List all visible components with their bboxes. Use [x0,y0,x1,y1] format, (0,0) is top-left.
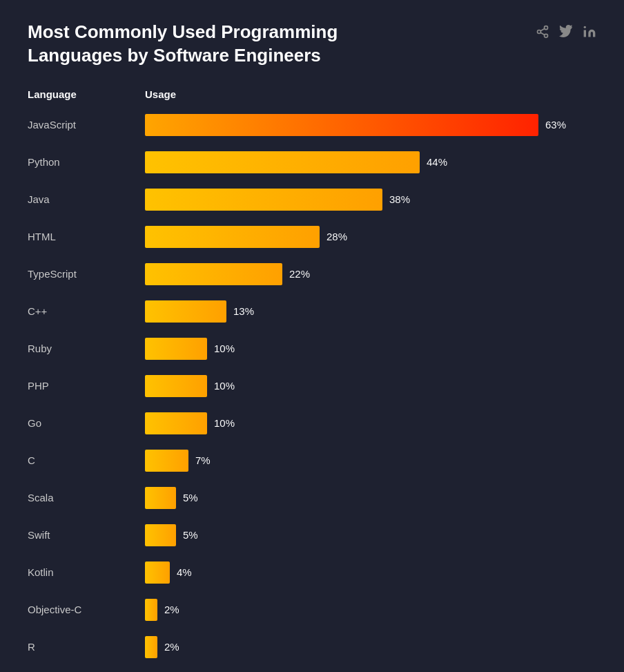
bar-container: 44% [145,151,596,173]
bar-container: 2% [145,636,596,658]
twitter-icon[interactable] [559,25,573,42]
social-icons-container [536,25,596,42]
bar [145,189,382,211]
lang-label: C++ [28,305,145,317]
lang-label: HTML [28,231,145,242]
lang-label: Kotlin [28,566,145,578]
bar-container: 63% [145,114,596,136]
bar-pct-label: 10% [214,417,235,429]
bar-container: 10% [145,375,596,397]
chart-title: Most Commonly Used Programming Languages… [28,21,414,68]
bar-pct-label: 10% [214,343,235,354]
chart-row: Go10% [28,405,596,441]
bar [145,338,207,360]
svg-line-3 [540,32,545,35]
bar-pct-label: 22% [289,268,310,280]
bar-pct-label: 38% [389,193,410,205]
bar-pct-label: 2% [164,641,179,653]
bar-pct-label: 5% [183,492,198,503]
bar-container: 5% [145,524,596,546]
bar-container: 13% [145,300,596,323]
bar [145,412,207,434]
bar [145,450,188,472]
header: Most Commonly Used Programming Languages… [28,21,596,68]
bar [145,263,282,285]
lang-label: JavaScript [28,119,145,131]
chart-row: PHP10% [28,368,596,404]
col-header-usage: Usage [145,88,176,100]
bar-pct-label: 28% [326,231,347,242]
chart-row: TypeScript22% [28,256,596,292]
chart-row: Kotlin4% [28,555,596,591]
lang-label: Go [28,417,145,429]
bar [145,561,170,584]
bar [145,375,207,397]
lang-label: Java [28,193,145,205]
lang-label: Scala [28,492,145,503]
bar-pct-label: 63% [545,119,566,131]
chart-row: HTML28% [28,219,596,255]
chart-row: Java38% [28,182,596,218]
chart-row: C7% [28,443,596,479]
bar-pct-label: 4% [177,566,192,578]
chart-row: R2% [28,629,596,665]
chart: JavaScript63%Python44%Java38%HTML28%Type… [28,107,596,665]
bar-pct-label: 13% [233,305,254,317]
bar-container: 38% [145,189,596,211]
chart-row: Python44% [28,144,596,180]
lang-label: Ruby [28,343,145,354]
bar-container: 22% [145,263,596,285]
bar-container: 2% [145,599,596,621]
svg-line-4 [540,28,545,30]
bar [145,151,420,173]
bar [145,524,176,546]
bar-container: 7% [145,450,596,472]
bar [145,114,538,136]
lang-label: C [28,454,145,466]
bar [145,300,226,323]
bar-container: 10% [145,412,596,434]
chart-row: Scala5% [28,480,596,516]
chart-row: C++13% [28,294,596,329]
svg-point-5 [584,26,586,28]
bar-container: 4% [145,561,596,584]
bar-container: 10% [145,338,596,360]
chart-row: Ruby10% [28,331,596,367]
lang-label: Swift [28,529,145,541]
bar-container: 28% [145,226,596,248]
bar-pct-label: 5% [183,529,198,541]
chart-row: Objective-C2% [28,592,596,628]
col-header-language: Language [28,88,145,100]
chart-row: JavaScript63% [28,107,596,143]
lang-label: PHP [28,380,145,392]
bar-pct-label: 2% [164,604,179,615]
share-icon[interactable] [536,25,549,42]
bar-container: 5% [145,487,596,509]
bar-pct-label: 44% [427,156,447,168]
bar-pct-label: 10% [214,380,235,392]
lang-label: Objective-C [28,604,145,615]
chart-row: Swift5% [28,517,596,553]
bar [145,636,157,658]
lang-label: Python [28,156,145,168]
bar [145,487,176,509]
lang-label: R [28,641,145,653]
column-headers: Language Usage [28,88,596,100]
lang-label: TypeScript [28,268,145,280]
bar [145,226,320,248]
bar-pct-label: 7% [195,454,211,466]
linkedin-icon[interactable] [583,25,596,42]
bar [145,599,157,621]
